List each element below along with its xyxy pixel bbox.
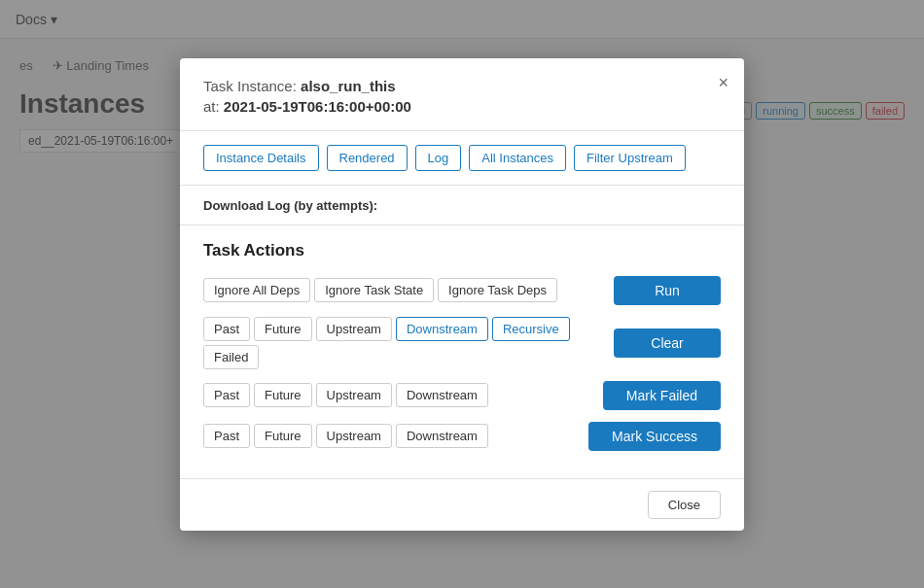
at-value: 2021-05-19T06:16:00+00:00: [224, 98, 411, 115]
future-mf-btn[interactable]: Future: [254, 383, 312, 407]
downstream-mf-btn[interactable]: Downstream: [396, 383, 488, 407]
past-clear-btn[interactable]: Past: [203, 317, 250, 341]
at-label: at:: [203, 98, 220, 115]
ignore-task-state-btn[interactable]: Ignore Task State: [314, 278, 434, 302]
title-value: also_run_this: [301, 78, 396, 94]
mark-success-row: Past Future Upstream Downstream Mark Suc…: [203, 422, 721, 451]
upstream-clear-btn[interactable]: Upstream: [316, 317, 392, 341]
clear-btn[interactable]: Clear: [614, 329, 721, 358]
log-btn[interactable]: Log: [415, 145, 462, 171]
modal-backdrop: Task Instance: also_run_this at: 2021-05…: [0, 0, 924, 588]
failed-clear-btn[interactable]: Failed: [203, 345, 259, 369]
clear-toggles: Past Future Upstream Downstream Recursiv…: [203, 317, 606, 369]
recursive-clear-btn[interactable]: Recursive: [492, 317, 570, 341]
run-row: Ignore All Deps Ignore Task State Ignore…: [203, 276, 721, 305]
upstream-ms-btn[interactable]: Upstream: [316, 424, 392, 448]
rendered-btn[interactable]: Rendered: [327, 145, 408, 171]
modal-at-line: at: 2021-05-19T06:16:00+00:00: [203, 98, 721, 115]
downstream-ms-btn[interactable]: Downstream: [396, 424, 488, 448]
run-toggles: Ignore All Deps Ignore Task State Ignore…: [203, 278, 557, 302]
title-label: Task Instance:: [203, 78, 297, 94]
modal-footer: Close: [180, 478, 744, 531]
past-mf-btn[interactable]: Past: [203, 383, 250, 407]
mark-success-btn[interactable]: Mark Success: [588, 422, 721, 451]
mark-failed-toggles: Past Future Upstream Downstream: [203, 383, 488, 407]
close-button[interactable]: Close: [648, 491, 721, 519]
modal-close-button[interactable]: ×: [718, 74, 729, 91]
upstream-mf-btn[interactable]: Upstream: [316, 383, 392, 407]
future-ms-btn[interactable]: Future: [254, 424, 312, 448]
download-log-label: Download Log (by attempts):: [203, 198, 377, 213]
filter-upstream-btn[interactable]: Filter Upstream: [574, 145, 686, 171]
future-clear-btn[interactable]: Future: [254, 317, 312, 341]
run-btn[interactable]: Run: [614, 276, 721, 305]
download-log-section: Download Log (by attempts):: [180, 186, 744, 225]
all-instances-btn[interactable]: All Instances: [469, 145, 566, 171]
mark-failed-btn[interactable]: Mark Failed: [603, 381, 721, 410]
clear-row: Past Future Upstream Downstream Recursiv…: [203, 317, 721, 369]
modal-header: Task Instance: also_run_this at: 2021-05…: [180, 58, 744, 131]
ignore-all-deps-btn[interactable]: Ignore All Deps: [203, 278, 310, 302]
task-actions-body: Task Actions Ignore All Deps Ignore Task…: [180, 225, 744, 478]
instance-details-btn[interactable]: Instance Details: [203, 145, 319, 171]
mark-success-toggles: Past Future Upstream Downstream: [203, 424, 488, 448]
mark-failed-row: Past Future Upstream Downstream Mark Fai…: [203, 381, 721, 410]
modal-title-line: Task Instance: also_run_this: [203, 78, 721, 94]
task-actions-title: Task Actions: [203, 241, 721, 260]
ignore-task-deps-btn[interactable]: Ignore Task Deps: [438, 278, 557, 302]
task-instance-modal: Task Instance: also_run_this at: 2021-05…: [180, 58, 744, 531]
downstream-clear-btn[interactable]: Downstream: [396, 317, 488, 341]
modal-nav: Instance Details Rendered Log All Instan…: [180, 131, 744, 186]
past-ms-btn[interactable]: Past: [203, 424, 250, 448]
